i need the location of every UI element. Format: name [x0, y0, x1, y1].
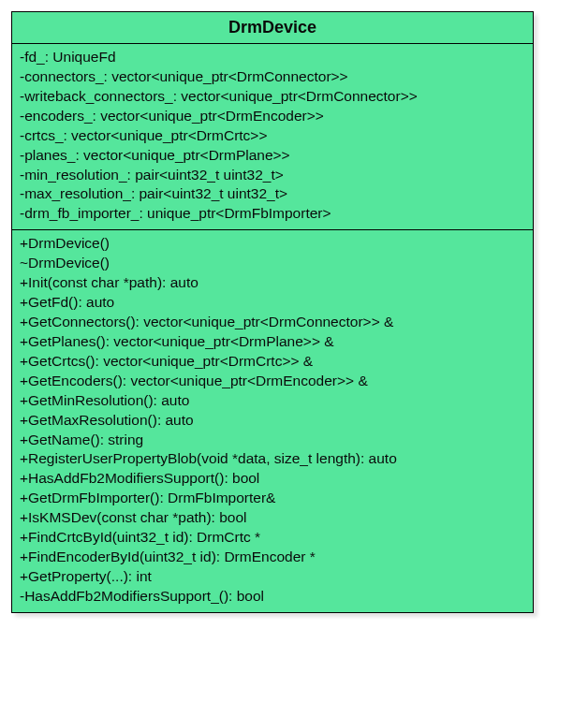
uml-attribute-row: -drm_fb_importer_: unique_ptr<DrmFbImpor… — [20, 204, 525, 224]
uml-method-row: +GetMinResolution(): auto — [20, 391, 525, 411]
uml-method-row: +GetDrmFbImporter(): DrmFbImporter& — [20, 489, 525, 508]
uml-method-row: -HasAddFb2ModifiersSupport_(): bool — [20, 587, 525, 607]
uml-method-row: +RegisterUserPropertyBlob(void *data, si… — [20, 449, 525, 469]
uml-attribute-row: -fd_: UniqueFd — [20, 48, 525, 67]
uml-method-row: +GetProperty(...): int — [20, 567, 525, 587]
uml-attribute-row: -min_resolution_: pair<uint32_t uint32_t… — [20, 166, 525, 185]
uml-attribute-row: -max_resolution_: pair<uint32_t uint32_t… — [20, 184, 525, 204]
uml-method-row: +GetEncoders(): vector<unique_ptr<DrmEnc… — [20, 372, 525, 391]
uml-method-row: +GetName(): string — [20, 431, 525, 450]
uml-class-name: DrmDevice — [12, 12, 533, 44]
uml-attribute-row: -connectors_: vector<unique_ptr<DrmConne… — [20, 67, 525, 87]
uml-method-row: +GetConnectors(): vector<unique_ptr<DrmC… — [20, 313, 525, 332]
uml-method-row: +HasAddFb2ModifiersSupport(): bool — [20, 469, 525, 489]
uml-method-row: +DrmDevice() — [20, 234, 525, 254]
uml-methods-section: +DrmDevice()~DrmDevice()+Init(const char… — [12, 230, 533, 612]
uml-attribute-row: -writeback_connectors_: vector<unique_pt… — [20, 87, 525, 107]
uml-attribute-row: -crtcs_: vector<unique_ptr<DrmCrtc>> — [20, 126, 525, 146]
uml-method-row: +FindEncoderById(uint32_t id): DrmEncode… — [20, 548, 525, 567]
uml-method-row: +IsKMSDev(const char *path): bool — [20, 508, 525, 528]
uml-method-row: +GetPlanes(): vector<unique_ptr<DrmPlane… — [20, 332, 525, 352]
uml-class-box: DrmDevice -fd_: UniqueFd-connectors_: ve… — [11, 11, 534, 613]
uml-method-row: +FindCrtcById(uint32_t id): DrmCrtc * — [20, 528, 525, 548]
uml-attributes-section: -fd_: UniqueFd-connectors_: vector<uniqu… — [12, 44, 533, 230]
uml-method-row: +GetFd(): auto — [20, 293, 525, 313]
uml-attribute-row: -planes_: vector<unique_ptr<DrmPlane>> — [20, 146, 525, 166]
uml-method-row: +GetCrtcs(): vector<unique_ptr<DrmCrtc>>… — [20, 352, 525, 372]
uml-attribute-row: -encoders_: vector<unique_ptr<DrmEncoder… — [20, 107, 525, 126]
uml-method-row: +Init(const char *path): auto — [20, 273, 525, 293]
uml-method-row: ~DrmDevice() — [20, 254, 525, 273]
uml-method-row: +GetMaxResolution(): auto — [20, 411, 525, 431]
